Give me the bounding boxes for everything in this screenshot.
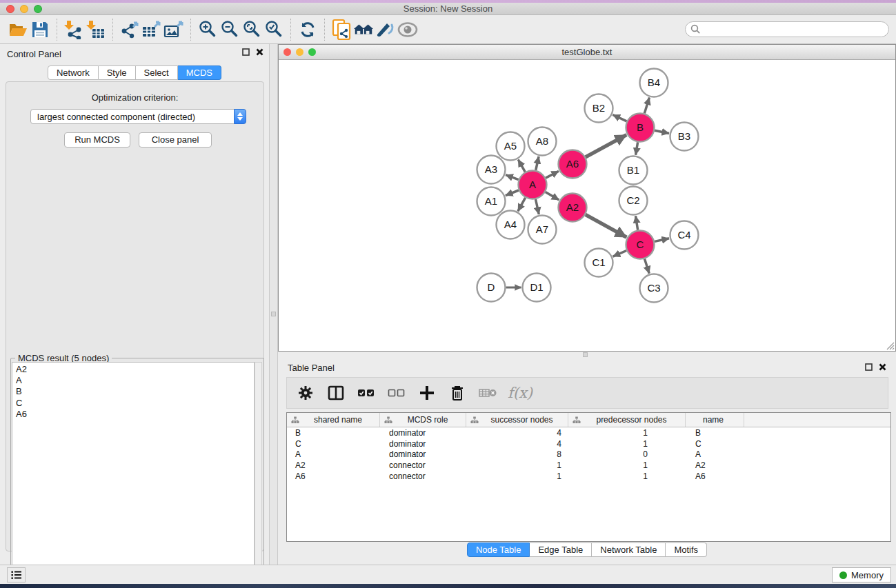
horizontal-splitter[interactable] xyxy=(278,352,896,358)
cell-mcds-role[interactable]: connector xyxy=(380,472,466,481)
cell-predecessor-nodes[interactable]: 1 xyxy=(568,472,686,481)
cell-shared-name[interactable]: A6 xyxy=(287,472,380,481)
import-network-icon[interactable] xyxy=(63,19,85,41)
tab-mcds[interactable]: MCDS xyxy=(178,65,221,80)
cell-name[interactable]: A xyxy=(686,449,744,459)
zoom-selected-icon[interactable] xyxy=(263,19,285,41)
homes-icon[interactable] xyxy=(352,19,375,41)
node-C[interactable]: C xyxy=(626,231,655,259)
delete-table-icon[interactable] xyxy=(476,381,499,405)
float-panel-icon[interactable] xyxy=(865,363,873,371)
graphics-details-icon[interactable] xyxy=(375,19,397,41)
tab-node-table[interactable]: Node Table xyxy=(467,543,530,557)
node-C1[interactable]: C1 xyxy=(585,249,613,277)
edge-B-B3[interactable] xyxy=(655,130,669,133)
float-panel-icon[interactable] xyxy=(242,48,250,56)
criterion-select[interactable]: largest connected component (directed) xyxy=(30,109,246,124)
cell-shared-name[interactable]: C xyxy=(287,439,380,449)
cell-predecessor-nodes[interactable]: 1 xyxy=(568,460,686,470)
network-canvas[interactable]: B4B2BB3A8A5A6A3B1AC2A1A2A4A7C4CC1DD1C3 xyxy=(279,60,895,351)
edge-A-A2[interactable] xyxy=(546,192,559,200)
edge-A-A1[interactable] xyxy=(506,190,519,196)
column-header-predecessor-nodes[interactable]: predecessor nodes xyxy=(568,413,686,427)
refresh-icon[interactable] xyxy=(297,19,319,41)
network-frame-titlebar[interactable]: testGlobe.txt xyxy=(279,45,895,60)
result-item-a2[interactable]: A2 xyxy=(12,364,254,375)
resize-grip-icon[interactable] xyxy=(886,342,895,350)
cell-predecessor-nodes[interactable]: 0 xyxy=(568,449,686,459)
cell-successor-nodes[interactable]: 1 xyxy=(466,472,568,481)
export-table-icon[interactable] xyxy=(141,19,163,41)
cell-successor-nodes[interactable]: 8 xyxy=(466,449,568,459)
edge-A-A5[interactable] xyxy=(518,160,525,172)
function-builder-icon[interactable]: f(x) xyxy=(506,385,532,401)
table-row[interactable]: Adominator80A xyxy=(287,449,890,460)
node-A4[interactable]: A4 xyxy=(497,211,525,239)
tab-select[interactable]: Select xyxy=(136,65,178,80)
result-item-a6[interactable]: A6 xyxy=(12,409,254,420)
zoom-in-icon[interactable] xyxy=(197,19,219,41)
export-image-icon[interactable] xyxy=(163,19,185,41)
column-header-name[interactable]: name xyxy=(686,413,744,427)
edge-A-A6[interactable] xyxy=(546,171,559,178)
add-column-icon[interactable] xyxy=(415,381,439,405)
cell-name[interactable]: B xyxy=(686,428,744,438)
edge-B-B4[interactable] xyxy=(644,98,649,114)
cell-mcds-role[interactable]: connector xyxy=(380,460,466,470)
node-A5[interactable]: A5 xyxy=(497,132,525,161)
node-C3[interactable]: C3 xyxy=(640,274,668,303)
mcds-result-list[interactable]: A2ABCA6 xyxy=(12,362,255,588)
search-input[interactable] xyxy=(685,21,889,37)
column-header-mcds-role[interactable]: MCDS role xyxy=(380,413,466,427)
close-panel-icon[interactable] xyxy=(256,48,263,56)
tab-motifs[interactable]: Motifs xyxy=(666,543,707,557)
node-C2[interactable]: C2 xyxy=(619,187,648,215)
cell-mcds-role[interactable]: dominator xyxy=(380,449,466,459)
zoom-out-icon[interactable] xyxy=(219,19,241,41)
tab-edge-table[interactable]: Edge Table xyxy=(530,543,592,557)
table-row[interactable]: A2connector11A2 xyxy=(287,460,890,471)
tab-network[interactable]: Network xyxy=(48,65,99,80)
cell-mcds-role[interactable]: dominator xyxy=(380,428,466,438)
node-A2[interactable]: A2 xyxy=(559,194,587,222)
export-network-icon[interactable] xyxy=(119,19,141,41)
node-A1[interactable]: A1 xyxy=(477,187,506,216)
table-row[interactable]: Cdominator41C xyxy=(287,438,890,449)
edge-A-A7[interactable] xyxy=(536,199,539,214)
memory-button[interactable]: Memory xyxy=(832,567,891,582)
edge-C-C1[interactable] xyxy=(613,251,627,257)
cell-shared-name[interactable]: B xyxy=(287,428,380,438)
node-A7[interactable]: A7 xyxy=(528,216,557,244)
column-header-successor-nodes[interactable]: successor nodes xyxy=(466,413,568,427)
table-row[interactable]: A6connector11A6 xyxy=(287,471,890,482)
edge-A-A8[interactable] xyxy=(536,156,539,170)
cell-successor-nodes[interactable]: 1 xyxy=(466,460,568,470)
node-B1[interactable]: B1 xyxy=(619,156,648,185)
node-B[interactable]: B xyxy=(626,114,655,142)
edge-B-B2[interactable] xyxy=(613,115,626,121)
zoom-fit-icon[interactable] xyxy=(241,19,263,41)
cell-shared-name[interactable]: A2 xyxy=(287,460,380,470)
cell-name[interactable]: A6 xyxy=(686,472,744,481)
edge-A6-B[interactable] xyxy=(586,135,626,157)
select-all-icon[interactable] xyxy=(355,381,378,405)
edge-A-A3[interactable] xyxy=(506,175,519,180)
tab-style[interactable]: Style xyxy=(99,65,136,80)
vertical-splitter[interactable] xyxy=(269,44,278,565)
cell-name[interactable]: C xyxy=(686,439,744,449)
node-A3[interactable]: A3 xyxy=(477,156,506,184)
close-panel-icon[interactable] xyxy=(879,363,886,371)
cell-predecessor-nodes[interactable]: 1 xyxy=(568,439,686,449)
splitter-handle[interactable] xyxy=(583,352,588,357)
edge-C-C4[interactable] xyxy=(655,239,669,242)
cell-shared-name[interactable]: A xyxy=(287,449,380,459)
node-D[interactable]: D xyxy=(477,274,506,302)
import-table-icon[interactable] xyxy=(85,19,107,41)
node-A8[interactable]: A8 xyxy=(528,128,557,156)
table-row[interactable]: Bdominator41B xyxy=(287,427,890,438)
cell-successor-nodes[interactable]: 4 xyxy=(466,428,568,438)
result-item-a[interactable]: A xyxy=(12,375,254,386)
result-item-c[interactable]: C xyxy=(12,398,254,409)
columns-icon[interactable] xyxy=(324,381,348,405)
delete-column-icon[interactable] xyxy=(446,381,469,405)
